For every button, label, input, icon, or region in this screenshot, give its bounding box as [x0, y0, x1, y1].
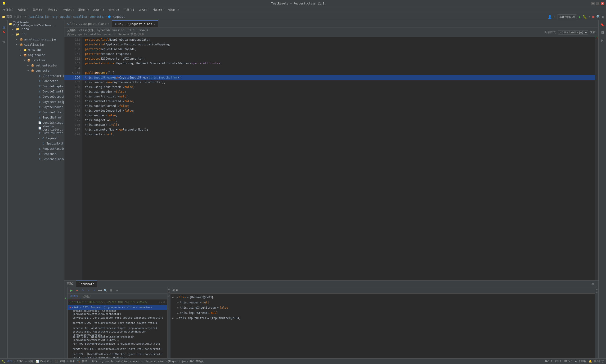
- tree-request-class[interactable]: ▼ C Request: [8, 136, 64, 141]
- breadcrumb-org[interactable]: org: [52, 15, 57, 18]
- tab-d-close[interactable]: ✕: [154, 23, 155, 25]
- stack-frame-run-worker[interactable]: runWorker:1149, ThreadPoolExecutor (java…: [68, 346, 167, 351]
- status-problems-tab[interactable]: ⚠ 问题: [25, 360, 33, 363]
- close-panel-icon[interactable]: ✕: [25, 15, 27, 18]
- side-structure-icon[interactable]: 结构: [0, 36, 7, 42]
- restore-icon[interactable]: ↺: [168, 295, 170, 297]
- var-this[interactable]: ▶ ∞ this = {Request@2783}: [170, 295, 595, 300]
- stop-button[interactable]: ■: [74, 288, 80, 293]
- tree-annotations-jar[interactable]: ▶ 📦 annotations-api.jar: [8, 37, 64, 42]
- more-debug-button[interactable]: ⊿: [114, 288, 119, 293]
- stack-frame-create-request[interactable]: createRequest:889, Connector (org.apache…: [68, 310, 167, 315]
- user-icon[interactable]: 👤: [548, 15, 552, 19]
- menu-help[interactable]: 帮助(H): [166, 8, 181, 13]
- right-maven-icon[interactable]: M: [599, 37, 606, 44]
- tree-connector-pkg[interactable]: ▼ 📦 connector: [8, 68, 64, 73]
- tree-client-abort[interactable]: C ClientAbortExcepti...: [8, 73, 64, 78]
- tree-mbeans[interactable]: 📄 mbeans-descriptor...: [8, 125, 64, 130]
- breadcrumb-connector[interactable]: connector: [90, 15, 105, 18]
- tree-project-root[interactable]: 📁 TestRemote F:\IdeaProjects\TestRemo...: [8, 21, 64, 26]
- status-todo-tab[interactable]: ☑ TODO: [14, 360, 23, 363]
- menu-tools[interactable]: 工具(T): [122, 8, 137, 13]
- side-bookmark-icon[interactable]: 🔖: [0, 28, 7, 35]
- evaluate-button[interactable]: 🔍: [103, 288, 108, 293]
- list-icon[interactable]: ☰: [17, 15, 19, 18]
- tree-coyote-principal[interactable]: C CoyotePrincipal: [8, 99, 64, 104]
- tree-special-attr[interactable]: C SpecialAttribute...: [8, 141, 64, 146]
- tree-coyote-writer[interactable]: C CoyoteWriter: [8, 110, 64, 115]
- tree-output-buffer[interactable]: C OutputBuffer: [8, 130, 64, 136]
- tree-coyote-adapter[interactable]: C CoyoteAdapter: [8, 84, 64, 89]
- event-log-icon[interactable]: 🔔 事件日志: [589, 360, 604, 363]
- vars-more-icon[interactable]: ∞: [596, 291, 597, 294]
- stack-frame-process-66[interactable]: process:66, AbstractProcessorLight (org.…: [68, 325, 167, 331]
- notice-close-button[interactable]: 关闭: [590, 30, 596, 34]
- menu-edit[interactable]: 编辑(E): [16, 8, 31, 13]
- run-to-cursor-button[interactable]: ⟶: [97, 288, 102, 293]
- status-services-tab[interactable]: ⚙ 服务: [67, 360, 75, 363]
- tab-debug[interactable]: 调试: [64, 281, 76, 287]
- filter-icon[interactable]: ⊞: [163, 301, 165, 304]
- stack-frame-run-49[interactable]: run:49, SocketProcessorBase (org.apache.…: [68, 341, 167, 346]
- step-over-button[interactable]: ↷: [80, 288, 85, 293]
- sort-icon[interactable]: ↕: [20, 15, 22, 18]
- sub-tab-debugger[interactable]: 调试器: [68, 294, 80, 299]
- breadcrumb-catalina-jar[interactable]: catalina.jar: [29, 15, 50, 18]
- vars-settings-icon[interactable]: ⚙: [596, 288, 597, 290]
- var-input-buffer[interactable]: ▶ ∞ this.inputBuffer = {InputBuffer@2784…: [170, 315, 595, 321]
- tree-connector-class[interactable]: C Connector: [8, 78, 64, 84]
- minimize-bottom-icon[interactable]: —: [595, 282, 596, 286]
- tree-request-facade[interactable]: C RequestFacade: [8, 146, 64, 151]
- stack-frame-process-868[interactable]: process:868, AbstractProtocol$Connection…: [68, 331, 167, 336]
- tree-response-facade[interactable]: C ResponseFacade: [8, 156, 64, 162]
- step-out-button[interactable]: ↗: [91, 288, 96, 293]
- right-database-icon[interactable]: 🗄: [599, 29, 606, 36]
- tree-response[interactable]: C Response: [8, 151, 64, 156]
- tree-meta-inf[interactable]: ▶ 📁 META-INF: [8, 47, 64, 52]
- tree-catalina-jar[interactable]: ▼ 📦 catalina.jar: [8, 42, 64, 47]
- right-bookmark-icon[interactable]: 🔖: [599, 21, 606, 28]
- minimize-button[interactable]: ─: [591, 2, 595, 5]
- sub-tab-console[interactable]: 控制台: [80, 294, 93, 299]
- breadcrumb-apache[interactable]: apache: [60, 15, 70, 18]
- run-coverage-icon[interactable]: ⚡: [589, 15, 590, 18]
- menu-view[interactable]: 视图(V): [31, 8, 46, 13]
- tab-lib-close[interactable]: ✕: [108, 23, 109, 25]
- status-profiler-tab[interactable]: 📊 Profiler: [36, 360, 53, 363]
- tree-input-buffer[interactable]: C InputBuffer: [8, 115, 64, 120]
- tab-jar-remote[interactable]: JarRemote: [76, 281, 97, 287]
- stop-icon[interactable]: ■: [592, 15, 594, 19]
- run-icon[interactable]: ▶: [579, 15, 581, 19]
- tab-lib-request[interactable]: C lib\...\Request.class ✕: [64, 20, 112, 27]
- settings-icon[interactable]: ⚙: [602, 15, 604, 19]
- var-using-input-stream[interactable]: ∞ this.usingInputStream = false: [170, 305, 595, 310]
- tree-coyote-output[interactable]: C CoyoteOutputStrea...: [8, 94, 64, 99]
- stack-frame-dorun[interactable]: doRun:1455, NioEndpoint$SocketProcessor …: [68, 336, 167, 341]
- menu-build[interactable]: 构建(B): [91, 8, 106, 13]
- resume-button[interactable]: ▶: [69, 288, 74, 293]
- var-input-stream[interactable]: ∞ this.inputStream = null: [170, 310, 595, 315]
- cursor-icon[interactable]: ↖: [554, 15, 555, 18]
- status-terminal-tab[interactable]: ⬛ 终端: [55, 360, 65, 363]
- watch-icon[interactable]: 👁: [168, 291, 170, 294]
- menu-vcs[interactable]: VCS(S): [137, 8, 151, 12]
- debug-icon[interactable]: 🐛: [583, 15, 587, 19]
- version-select[interactable]: < 1.8 > (catalina.jar): [558, 30, 588, 35]
- close-button[interactable]: ✕: [601, 2, 604, 5]
- stack-frame-run-624[interactable]: run:624, ThreadPoolExecutor$Worker (java…: [68, 351, 167, 357]
- tree-catalina-pkg[interactable]: ▼ 📦 catalina: [8, 58, 64, 63]
- stack-frame-service-799[interactable]: service:799, Http11Processor (org.apache…: [68, 320, 167, 325]
- stack-frame-service-307[interactable]: service:307, CoyoteAdapter (org.apache.c…: [68, 315, 167, 320]
- menu-run[interactable]: 运行(U): [107, 8, 121, 13]
- step-into-button[interactable]: ↘: [86, 288, 91, 293]
- maximize-button[interactable]: □: [596, 2, 599, 5]
- tree-authenticator[interactable]: ▶ 📦 authenticator: [8, 63, 64, 68]
- frames-button[interactable]: ⊞: [109, 288, 114, 293]
- status-debug-tab[interactable]: 🐛 调试: [2, 360, 12, 363]
- search-icon[interactable]: 🔍: [596, 15, 600, 19]
- resume-icon[interactable]: ▶: [65, 297, 68, 299]
- status-build-tab[interactable]: 🔨 构建: [77, 360, 87, 363]
- tree-idea[interactable]: ▶ 📁 .idea: [8, 26, 64, 32]
- tab-d-request[interactable]: C D:\...\Request.class ✕: [112, 20, 158, 27]
- menu-navigate[interactable]: 导航(N): [46, 8, 61, 13]
